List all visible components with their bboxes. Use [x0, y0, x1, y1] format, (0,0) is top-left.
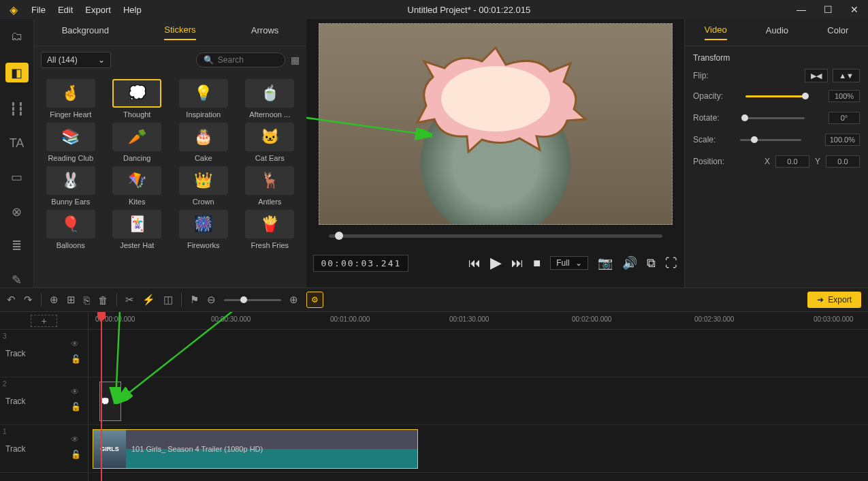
scale-value[interactable]: 100.0% [825, 134, 860, 146]
grid-view-icon[interactable]: ▦ [291, 55, 300, 65]
sticker-item[interactable]: 🃏Jester Hat [106, 210, 169, 249]
search-input[interactable] [218, 55, 278, 65]
menu-edit[interactable]: Edit [58, 5, 73, 15]
stop-icon[interactable]: ■ [533, 256, 541, 270]
maximize-icon[interactable]: ☐ [824, 4, 833, 15]
media-tab-icon[interactable]: 🗂 [8, 29, 26, 44]
redo-icon[interactable]: ↷ [24, 294, 33, 306]
menu-file[interactable]: File [31, 5, 46, 15]
position-y-input[interactable]: 0.0 [826, 155, 860, 168]
export-button[interactable]: ➜Export [807, 292, 861, 308]
sticker-item[interactable]: 🍟Fresh Fries [239, 210, 302, 249]
close-icon[interactable]: ✕ [850, 4, 858, 15]
sticker-item[interactable]: 🎆Fireworks [172, 210, 235, 249]
visibility-icon[interactable]: 👁 [71, 339, 81, 349]
preview-scrubber[interactable] [329, 234, 662, 238]
sticker-label: Crown [172, 198, 235, 206]
sticker-item[interactable]: 🥕Dancing [106, 123, 169, 162]
zoom-in-icon[interactable]: ⊕ [289, 294, 298, 306]
playhead[interactable] [101, 312, 102, 481]
prop-tab-video[interactable]: Video [705, 25, 727, 40]
visibility-icon[interactable]: 👁 [71, 435, 81, 444]
track-2-row[interactable]: 💭 [89, 377, 868, 425]
crop-icon[interactable]: ◫ [163, 294, 173, 306]
minimize-icon[interactable]: — [797, 4, 806, 15]
opacity-slider[interactable] [745, 95, 807, 97]
sticker-filter-dropdown[interactable]: All (144)⌄ [41, 52, 111, 68]
sticker-item[interactable]: 🍵Afternoon ... [239, 79, 302, 119]
rotate-value[interactable]: 0° [829, 112, 860, 124]
tool-icon-2[interactable]: ⊞ [67, 294, 76, 306]
sticker-item[interactable]: 🦌Antlers [239, 166, 302, 206]
track-3-label[interactable]: 3Track 👁🔓 [0, 330, 88, 377]
preview-canvas[interactable] [319, 23, 673, 225]
sticker-clip[interactable]: 💭 [99, 382, 121, 421]
sticker-item[interactable]: 🐱Cat Ears [239, 123, 302, 162]
track-1-label[interactable]: 1Track 👁🔓 [0, 425, 88, 473]
track-2-label[interactable]: 2Track 👁🔓 [0, 377, 88, 425]
detach-icon[interactable]: ⧉ [647, 256, 656, 270]
volume-icon[interactable]: 🔊 [622, 255, 637, 270]
zoom-slider[interactable] [224, 299, 281, 301]
search-box[interactable]: 🔍 [196, 52, 285, 67]
thought-bubble-sticker[interactable] [400, 37, 591, 153]
scale-slider[interactable] [740, 139, 801, 141]
add-track-button[interactable]: + [31, 315, 57, 327]
video-clip[interactable]: GIRLS 101 Girls_ Season 4 Trailer (1080p… [93, 429, 418, 469]
position-x-input[interactable]: 0.0 [775, 155, 809, 168]
tab-stickers[interactable]: Stickers [164, 25, 195, 40]
transform-header: Transform [693, 53, 860, 63]
flip-horizontal-button[interactable]: ▶◀ [805, 69, 828, 82]
sticker-item[interactable]: 📚Reading Club [39, 123, 102, 162]
text-tab-icon[interactable]: TA [8, 136, 26, 151]
sticker-item[interactable]: 💭Thought [106, 79, 169, 119]
sticker-item[interactable]: 🎈Balloons [39, 210, 102, 249]
sticker-thumb: 🍟 [245, 210, 294, 238]
transitions-tab-icon[interactable]: ▭ [8, 170, 26, 185]
opacity-value[interactable]: 100% [829, 90, 860, 102]
elements-tab-icon[interactable]: ✎ [8, 273, 26, 288]
snapshot-icon[interactable]: 📷 [598, 255, 613, 270]
effects-tab-icon[interactable]: ⊗ [8, 204, 26, 219]
track-1-row[interactable]: GIRLS 101 Girls_ Season 4 Trailer (1080p… [89, 425, 868, 473]
overlays-tab-icon[interactable]: ◧ [5, 63, 29, 82]
zoom-out-icon[interactable]: ⊖ [207, 294, 216, 306]
sticker-thumb: 📚 [46, 123, 95, 151]
lock-icon[interactable]: 🔓 [71, 402, 81, 412]
audio-tab-icon[interactable]: ┇┇ [8, 102, 26, 117]
export-settings-button[interactable]: ⚙ [306, 292, 323, 308]
prev-frame-icon[interactable]: ⏮ [468, 256, 481, 270]
lock-icon[interactable]: 🔓 [71, 450, 81, 459]
sticker-item[interactable]: 🎂Cake [172, 123, 235, 162]
next-frame-icon[interactable]: ⏭ [511, 256, 524, 270]
undo-icon[interactable]: ↶ [7, 294, 16, 306]
menu-help[interactable]: Help [123, 5, 142, 15]
filters-tab-icon[interactable]: ≣ [8, 238, 26, 253]
marker-icon[interactable]: ⚑ [190, 294, 199, 306]
prop-tab-color[interactable]: Color [827, 25, 848, 40]
play-icon[interactable]: ▶ [490, 254, 502, 272]
sticker-item[interactable]: 🤞Finger Heart [39, 79, 102, 119]
menu-export[interactable]: Export [85, 5, 111, 15]
flip-vertical-button[interactable]: ▲▼ [833, 69, 860, 82]
tab-background[interactable]: Background [62, 25, 109, 40]
sticker-item[interactable]: 👑Crown [172, 166, 235, 206]
track-3-row[interactable] [89, 330, 868, 377]
split-icon[interactable]: ✂ [125, 294, 134, 306]
sticker-item[interactable]: 🐰Bunny Ears [39, 166, 102, 206]
timeline-ruler[interactable]: 00:00:00.000 00:00:30.000 00:01:00.000 0… [89, 312, 868, 330]
tool-icon-1[interactable]: ⊕ [50, 294, 59, 306]
lock-icon[interactable]: 🔓 [71, 354, 81, 364]
delete-icon[interactable]: 🗑 [98, 294, 108, 306]
speed-icon[interactable]: ⚡ [142, 294, 155, 306]
rotate-slider[interactable] [743, 117, 805, 119]
prop-tab-audio[interactable]: Audio [766, 25, 788, 40]
preview-size-dropdown[interactable]: Full⌄ [550, 256, 588, 270]
sticker-item[interactable]: 🪁Kites [106, 166, 169, 206]
tab-arrows[interactable]: Arrows [251, 25, 278, 40]
sticker-thumb: 🤞 [46, 79, 95, 108]
sticker-item[interactable]: 💡Inspiration [172, 79, 235, 119]
tool-icon-3[interactable]: ⎘ [84, 294, 90, 306]
fullscreen-icon[interactable]: ⛶ [665, 256, 677, 270]
visibility-icon[interactable]: 👁 [71, 387, 81, 397]
